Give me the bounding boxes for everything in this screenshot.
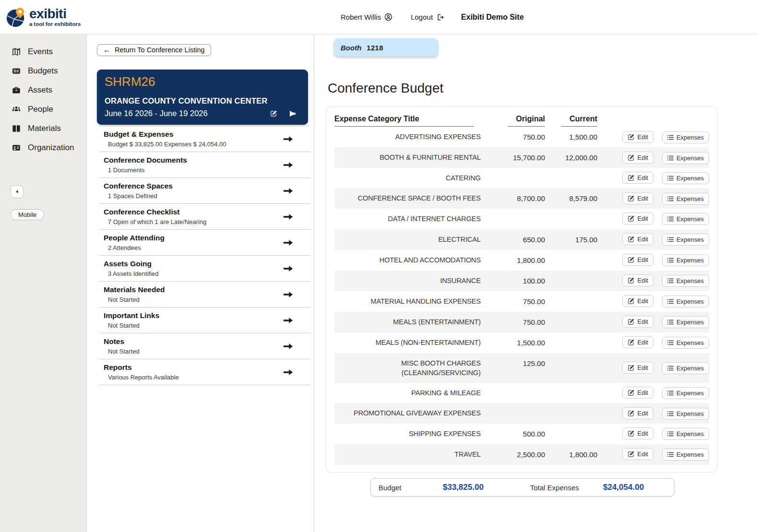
conference-sections: Budget & ExpensesBudget $ 33,825.00 Expe… [99,126,310,385]
sidebar-item-events[interactable]: Events [0,42,86,61]
edit-icon [628,195,635,202]
section-item[interactable]: Materials NeededNot Started [99,282,310,307]
section-item[interactable]: ReportsVarious Reports Available [99,359,310,385]
expenses-button[interactable]: Expenses [662,254,709,266]
sidebar-item-organization[interactable]: Organization [0,138,86,157]
sidebar-item-assets[interactable]: Assets [0,81,86,100]
app-logo[interactable]: exibiti a tool for exhibitors [6,7,81,28]
expense-current [545,383,597,403]
user-menu[interactable]: Robert Willis [341,13,392,21]
section-title: Assets Going [104,260,159,268]
expenses-button[interactable]: Expenses [662,234,709,246]
expenses-button-label: Expenses [676,298,704,305]
section-item[interactable]: Assets Going3 Assets Identified [99,256,310,282]
budget-table-card: Expense Category Title Original Current … [326,106,718,473]
edit-button[interactable]: Edit [622,316,653,328]
edit-button-label: Edit [638,215,648,222]
edit-button-label: Edit [638,277,648,284]
expenses-button[interactable]: Expenses [662,337,709,349]
sidebar-item-people[interactable]: People [0,100,86,119]
expenses-button[interactable]: Expenses [662,296,709,307]
logout-icon [436,13,444,21]
expenses-button[interactable]: Expenses [662,316,709,328]
edit-button[interactable]: Edit [622,407,653,419]
expenses-button[interactable]: Expenses [662,449,709,461]
section-subtitle: Budget $ 33,825.00 Expenses $ 24,054.00 [108,141,226,148]
edit-icon [628,277,635,284]
list-icon [667,298,674,305]
section-item[interactable]: NotesNot Started [99,333,310,359]
edit-button[interactable]: Edit [622,213,653,225]
edit-icon [628,133,635,141]
expense-original: 100.00 [481,271,545,291]
edit-button[interactable]: Edit [622,254,653,266]
table-row: HOTEL AND ACCOMODATIONS1,800.00EditExpen… [334,250,709,271]
section-subtitle: 3 Assets Identified [108,270,159,277]
section-item[interactable]: Conference Checklist7 Open of which 1 ar… [99,204,310,230]
edit-button[interactable]: Edit [622,295,653,307]
edit-icon [628,215,635,222]
list-icon [667,390,674,396]
edit-icon [628,256,635,263]
expenses-button[interactable]: Expenses [662,362,709,374]
return-to-listing-button[interactable]: ← Return To Conference Listing [97,44,211,56]
edit-button[interactable]: Edit [622,172,653,184]
edit-button[interactable]: Edit [622,233,653,245]
section-subtitle: 1 Spaces Defined [108,192,173,200]
expenses-button-label: Expenses [676,319,704,326]
arrow-right-icon [284,136,293,142]
expenses-button-label: Expenses [676,215,704,223]
expense-current [545,209,597,229]
list-icon [667,319,674,325]
section-item[interactable]: Conference Spaces1 Spaces Defined [99,178,310,204]
expense-current [545,353,597,383]
edit-button[interactable]: Edit [622,274,653,286]
edit-button[interactable]: Edit [622,448,653,460]
expenses-button[interactable]: Expenses [662,213,709,225]
expenses-button[interactable]: Expenses [662,408,709,420]
edit-button[interactable]: Edit [622,152,653,164]
expense-category: TRAVEL [334,444,481,465]
column-header-current: Current [561,115,597,127]
expenses-button[interactable]: Expenses [662,152,709,164]
sidebar-item-materials[interactable]: Materials [0,119,86,138]
expenses-button[interactable]: Expenses [662,428,709,440]
edit-button[interactable]: Edit [622,362,653,374]
edit-conference-icon[interactable] [270,110,277,118]
edit-button[interactable]: Edit [622,131,653,143]
expense-original [481,403,545,423]
sidebar-collapse-button[interactable] [11,185,24,198]
expense-original: 750.00 [481,127,545,147]
edit-button[interactable]: Edit [622,336,653,348]
left-arrow-icon: ← [103,46,111,54]
arrow-right-icon [284,188,293,194]
arrow-right-icon [284,265,293,272]
expense-original: 1,500.00 [481,332,545,353]
expenses-button[interactable]: Expenses [662,387,709,399]
mobile-button[interactable]: Mobile [11,209,44,220]
briefcase-icon [12,86,21,95]
arrow-right-icon [284,239,293,246]
edit-button[interactable]: Edit [622,192,653,204]
table-row: ADVERTISING EXPENSES750.001,500.00EditEx… [334,127,709,147]
list-icon [667,257,674,263]
megaphone-icon[interactable] [289,110,296,118]
expense-original [481,209,545,229]
sidebar-item-budgets[interactable]: $Budgets [0,61,86,81]
logout-button[interactable]: Logout [411,13,444,21]
expenses-button[interactable]: Expenses [662,275,709,287]
edit-button[interactable]: Edit [622,427,653,439]
edit-button[interactable]: Edit [622,387,653,399]
booth-badge: Booth 1218 [334,38,438,57]
expenses-button[interactable]: Expenses [662,193,709,205]
list-icon [667,451,674,458]
section-item[interactable]: Budget & ExpensesBudget $ 33,825.00 Expe… [99,126,310,152]
sidebar-item-label: People [28,105,53,114]
edit-button-label: Edit [638,430,648,437]
expenses-button[interactable]: Expenses [662,172,709,184]
section-item[interactable]: People Attending2 Attendees [99,230,310,256]
table-row: PARKING & MILEAGEEditExpenses [334,383,709,403]
section-item[interactable]: Important LinksNot Started [99,307,310,333]
expenses-button[interactable]: Expenses [662,131,709,143]
section-item[interactable]: Conference Documents1 Documents [99,152,310,178]
